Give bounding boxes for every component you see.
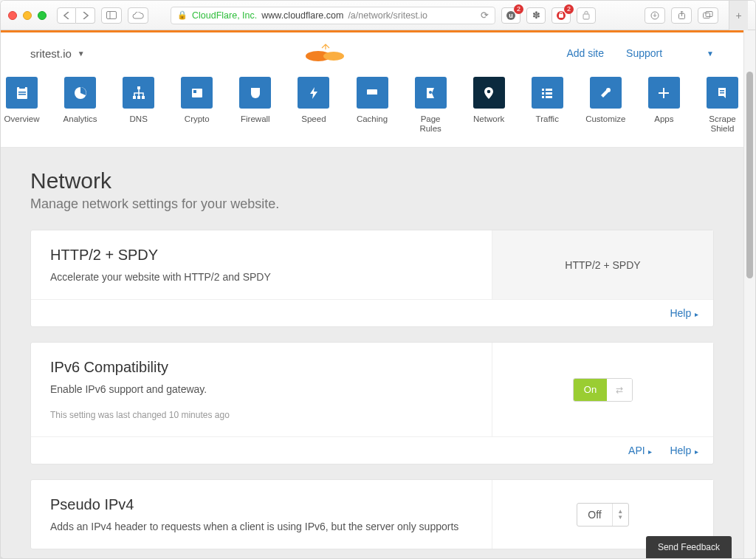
svg-rect-37 (720, 92, 724, 94)
svg-rect-9 (704, 13, 710, 18)
svg-rect-30 (542, 92, 544, 95)
close-window-button[interactable] (8, 11, 17, 20)
titlebar: 🔒 CloudFlare, Inc. www.cloudflare.com/a/… (1, 1, 755, 30)
site-header: sritest.io ▼ Add site Support ▼ (1, 32, 743, 74)
vertical-scrollbar[interactable] (743, 30, 755, 558)
nav-page-rules[interactable]: Page Rules (410, 77, 452, 134)
svg-rect-15 (18, 92, 26, 93)
nav-speed[interactable]: Speed (292, 77, 334, 134)
svg-rect-31 (546, 92, 552, 95)
page-subtitle: Manage network settings for your website… (30, 196, 714, 212)
pseudo-ipv4-select[interactable]: Off ▲▼ (577, 503, 628, 527)
toggle-on-label: On (574, 379, 607, 401)
card-pseudo-ipv4: Pseudo IPv4 Adds an IPv4 header to reque… (30, 479, 714, 549)
nav-dns[interactable]: DNS (117, 77, 159, 134)
address-bar[interactable]: 🔒 CloudFlare, Inc. www.cloudflare.com/a/… (171, 7, 495, 24)
extension-lastpass[interactable]: 2 (551, 7, 571, 24)
svg-rect-13 (17, 87, 27, 99)
svg-point-26 (429, 91, 432, 94)
svg-text:u: u (509, 12, 513, 19)
caret-right-icon: ▸ (693, 447, 698, 456)
zoom-window-button[interactable] (38, 11, 47, 20)
nav-apps[interactable]: Apps (643, 77, 685, 134)
svg-rect-21 (142, 96, 145, 99)
lock-icon: 🔒 (177, 10, 188, 20)
card-ipv6: IPv6 Compatibility Enable IPv6 support a… (30, 342, 714, 464)
card-desc: Accelerate your website with HTTP/2 and … (50, 271, 472, 283)
extension-umatrix[interactable]: u 2 (501, 7, 520, 24)
ipv6-toggle[interactable]: On ⇄ (573, 378, 633, 402)
account-menu[interactable]: ▼ (707, 49, 714, 58)
reload-button[interactable]: ⟳ (481, 10, 489, 21)
card-meta: This setting was last changed 10 minutes… (50, 410, 472, 420)
svg-rect-28 (542, 89, 544, 91)
svg-rect-10 (706, 12, 712, 17)
support-link[interactable]: Support (626, 47, 662, 59)
nav-crypto[interactable]: Crypto (176, 77, 218, 134)
svg-rect-16 (18, 94, 26, 95)
page: sritest.io ▼ Add site Support ▼ (1, 30, 743, 558)
back-forward-group (57, 7, 95, 24)
svg-rect-23 (193, 90, 196, 93)
send-feedback-button[interactable]: Send Feedback (646, 536, 732, 558)
svg-rect-29 (546, 89, 552, 91)
nav-overview[interactable]: Overview (1, 77, 43, 134)
svg-rect-33 (546, 96, 552, 98)
page-title: Network (30, 168, 714, 193)
downloads-button[interactable] (645, 7, 665, 24)
icloud-tabs-button[interactable] (128, 7, 148, 24)
help-link[interactable]: Help ▸ (670, 307, 698, 319)
extension-asterisk[interactable]: ✽ (526, 7, 546, 24)
share-button[interactable] (671, 7, 692, 24)
nav-customize[interactable]: Customize (585, 77, 627, 134)
viewport: sritest.io ▼ Add site Support ▼ (1, 30, 755, 558)
show-all-tabs-button[interactable] (698, 7, 718, 24)
svg-rect-32 (542, 96, 544, 98)
nav-scrape-shield[interactable]: Scrape Shield (701, 77, 743, 134)
nav-network[interactable]: Network (468, 77, 510, 134)
add-site-link[interactable]: Add site (566, 47, 604, 59)
cert-issuer: CloudFlare, Inc. (192, 10, 257, 21)
svg-rect-25 (367, 95, 377, 97)
site-picker[interactable]: sritest.io ▼ (30, 47, 85, 60)
svg-point-27 (487, 89, 491, 93)
back-button[interactable] (57, 7, 76, 24)
extension-badge: 2 (514, 4, 523, 14)
site-name: sritest.io (30, 47, 72, 60)
svg-rect-36 (720, 90, 724, 92)
caret-down-icon: ▼ (78, 49, 85, 58)
svg-rect-14 (19, 86, 25, 89)
http2-status-text: HTTP/2 + SPDY (565, 259, 640, 271)
help-link[interactable]: Help ▸ (670, 445, 698, 456)
caret-right-icon: ▸ (693, 310, 698, 318)
nav-caching[interactable]: Caching (351, 77, 393, 134)
nav-firewall[interactable]: Firewall (234, 77, 276, 134)
nav-analytics[interactable]: Analytics (59, 77, 101, 134)
svg-rect-6 (583, 14, 589, 19)
api-link[interactable]: API ▸ (628, 445, 652, 456)
svg-point-12 (323, 52, 344, 61)
card-http2: HTTP/2 + SPDY Accelerate your website wi… (30, 230, 714, 327)
svg-rect-19 (133, 96, 136, 99)
svg-rect-20 (137, 96, 140, 99)
traffic-lights (8, 11, 47, 20)
card-status: HTTP/2 + SPDY (492, 230, 713, 299)
caret-right-icon: ▸ (647, 447, 653, 456)
toggle-knob: ⇄ (607, 379, 632, 401)
svg-rect-0 (107, 12, 117, 19)
select-value: Off (577, 504, 611, 526)
url-host: www.cloudflare.com (261, 10, 343, 21)
extension-1password[interactable] (577, 7, 596, 24)
scrollbar-thumb[interactable] (746, 72, 753, 278)
extension-badge: 2 (564, 4, 574, 14)
nav-traffic[interactable]: Traffic (526, 77, 568, 134)
card-desc: Enable IPv6 support and gateway. (50, 383, 472, 395)
card-title: HTTP/2 + SPDY (50, 247, 472, 264)
minimize-window-button[interactable] (23, 11, 32, 20)
select-arrows-icon: ▲▼ (612, 504, 628, 526)
sidebar-button[interactable] (101, 7, 122, 24)
main-nav: Overview Analytics DNS Crypto Firewall S… (1, 74, 743, 148)
forward-button[interactable] (76, 7, 95, 24)
new-tab-button[interactable]: + (729, 1, 748, 30)
header-links: Add site Support ▼ (566, 47, 714, 59)
